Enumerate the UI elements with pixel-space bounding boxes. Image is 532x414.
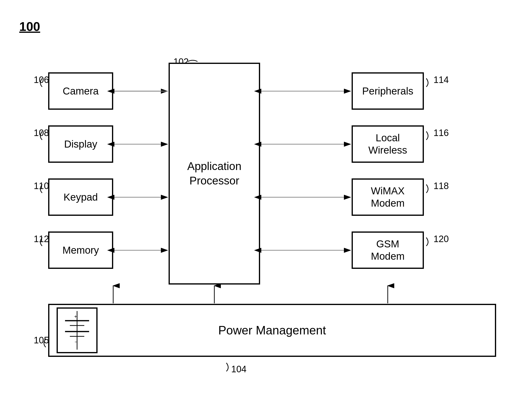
- local-wireless-box: Local Wireless: [352, 125, 424, 163]
- battery-icon: + −: [58, 309, 96, 352]
- wimax-box: WiMAX Modem: [352, 178, 424, 216]
- ref-108: 108: [34, 128, 49, 138]
- power-label: Power Management: [218, 323, 326, 337]
- svg-text:−: −: [75, 339, 77, 345]
- ref-120: 120: [434, 234, 449, 244]
- gsm-box: GSM Modem: [352, 231, 424, 269]
- figure-label: 100: [19, 19, 40, 34]
- svg-text:+: +: [74, 314, 77, 319]
- app-processor-label: Application Processor: [187, 159, 241, 188]
- ref-110: 110: [34, 181, 49, 191]
- ref-118: 118: [434, 181, 449, 191]
- peripherals-box: Peripherals: [352, 72, 424, 110]
- camera-box: Camera: [48, 72, 113, 110]
- local-wireless-label: Local Wireless: [368, 132, 407, 156]
- display-box: Display: [48, 125, 113, 163]
- wimax-label: WiMAX Modem: [371, 185, 405, 209]
- memory-box: Memory: [48, 231, 113, 269]
- gsm-label: GSM Modem: [371, 238, 405, 262]
- ref-106: 106: [34, 75, 49, 85]
- battery-symbol: + −: [57, 307, 97, 353]
- ref-104: 104: [231, 364, 246, 375]
- diagram-container: 100 106 108 110 112 102 114 116 118 120 …: [19, 19, 513, 400]
- ref-114: 114: [434, 75, 449, 85]
- ref-112: 112: [34, 234, 49, 244]
- ref-105: 105: [34, 335, 49, 345]
- keypad-box: Keypad: [48, 178, 113, 216]
- ref-116: 116: [434, 128, 449, 138]
- power-box: Power Management: [48, 304, 496, 357]
- app-processor-box: Application Processor: [169, 63, 260, 285]
